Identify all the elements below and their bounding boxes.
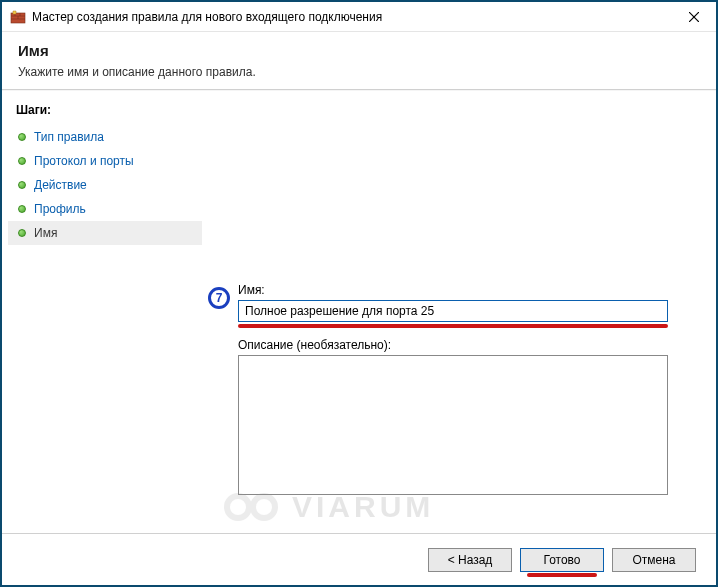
name-field-block: Имя: Описание (необязательно): (238, 283, 690, 498)
step-action[interactable]: Действие (8, 173, 202, 197)
step-label: Профиль (34, 202, 86, 216)
steps-title: Шаги: (8, 99, 202, 125)
page-title: Имя (18, 42, 700, 59)
step-label: Тип правила (34, 130, 104, 144)
close-icon (689, 12, 699, 22)
annotation-underline (527, 573, 597, 577)
window-title: Мастер создания правила для нового входя… (32, 10, 672, 24)
description-textarea[interactable] (238, 355, 668, 495)
firewall-icon (10, 9, 26, 25)
step-profile[interactable]: Профиль (8, 197, 202, 221)
cancel-button-label: Отмена (632, 553, 675, 567)
steps-sidebar: Шаги: Тип правила Протокол и порты Дейст… (2, 91, 202, 533)
wizard-header: Имя Укажите имя и описание данного прави… (2, 32, 716, 89)
bullet-icon (18, 205, 26, 213)
step-protocol-ports[interactable]: Протокол и порты (8, 149, 202, 173)
close-button[interactable] (672, 3, 716, 31)
wizard-window: Мастер создания правила для нового входя… (0, 0, 718, 587)
wizard-body: Шаги: Тип правила Протокол и порты Дейст… (2, 91, 716, 533)
back-button-label: < Назад (448, 553, 493, 567)
step-name[interactable]: Имя (8, 221, 202, 245)
annotation-badge: 7 (208, 287, 230, 309)
step-label: Действие (34, 178, 87, 192)
step-label: Имя (34, 226, 57, 240)
page-subtitle: Укажите имя и описание данного правила. (18, 65, 700, 79)
back-button[interactable]: < Назад (428, 548, 512, 572)
wizard-main: 7 Имя: Описание (необязательно): VIARUM (202, 91, 716, 533)
titlebar: Мастер создания правила для нового входя… (2, 2, 716, 32)
finish-button[interactable]: Готово (520, 548, 604, 572)
wizard-footer: < Назад Готово Отмена (2, 533, 716, 585)
name-input[interactable] (238, 300, 668, 322)
step-rule-type[interactable]: Тип правила (8, 125, 202, 149)
finish-button-label: Готово (543, 553, 580, 567)
cancel-button[interactable]: Отмена (612, 548, 696, 572)
bullet-icon (18, 181, 26, 189)
bullet-icon (18, 133, 26, 141)
annotation-underline (238, 324, 668, 328)
bullet-icon (18, 157, 26, 165)
bullet-icon (18, 229, 26, 237)
description-label: Описание (необязательно): (238, 338, 690, 352)
step-label: Протокол и порты (34, 154, 134, 168)
name-label: Имя: (238, 283, 690, 297)
